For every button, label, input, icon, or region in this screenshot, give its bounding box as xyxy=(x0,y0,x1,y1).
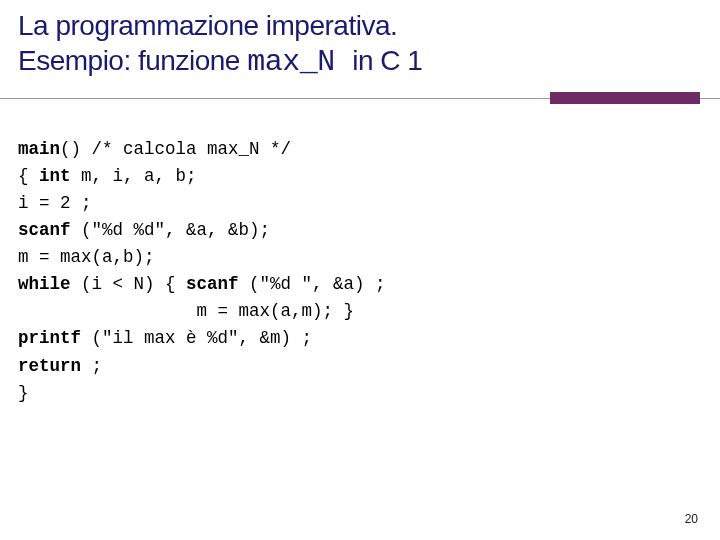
title-line2a: Esempio: funzione xyxy=(18,45,247,76)
kw-while: while xyxy=(18,274,71,294)
title-line1: La programmazione imperativa. xyxy=(18,10,397,41)
kw-int: int xyxy=(39,166,71,186)
kw-return: return xyxy=(18,356,81,376)
code-l3: i = 2 ; xyxy=(18,193,92,213)
code-l5: m = max(a,b); xyxy=(18,247,155,267)
kw-scanf1: scanf xyxy=(18,220,71,240)
slide: La programmazione imperativa. Esempio: f… xyxy=(0,0,720,540)
code-l6b: (i < N) { xyxy=(71,274,187,294)
code-block: main() /* calcola max_N */ { int m, i, a… xyxy=(18,136,702,407)
code-l1b: () /* calcola max_N */ xyxy=(60,139,291,159)
kw-printf: printf xyxy=(18,328,81,348)
kw-scanf2: scanf xyxy=(186,274,239,294)
kw-main: main xyxy=(18,139,60,159)
code-l8b: ("il max è %d", &m) ; xyxy=(81,328,312,348)
code-l9b: ; xyxy=(81,356,102,376)
code-l10: } xyxy=(18,383,29,403)
slide-title: La programmazione imperativa. Esempio: f… xyxy=(18,8,702,82)
code-l6d: ("%d ", &a) ; xyxy=(239,274,386,294)
page-number: 20 xyxy=(685,512,698,526)
code-l4b: ("%d %d", &a, &b); xyxy=(71,220,271,240)
title-line2b: in C 1 xyxy=(352,45,422,76)
code-l2c: m, i, a, b; xyxy=(71,166,197,186)
title-mono: max_N xyxy=(247,45,352,79)
divider xyxy=(18,88,702,118)
code-l7: m = max(a,m); } xyxy=(18,301,354,321)
divider-accent xyxy=(550,92,700,104)
code-l2a: { xyxy=(18,166,39,186)
